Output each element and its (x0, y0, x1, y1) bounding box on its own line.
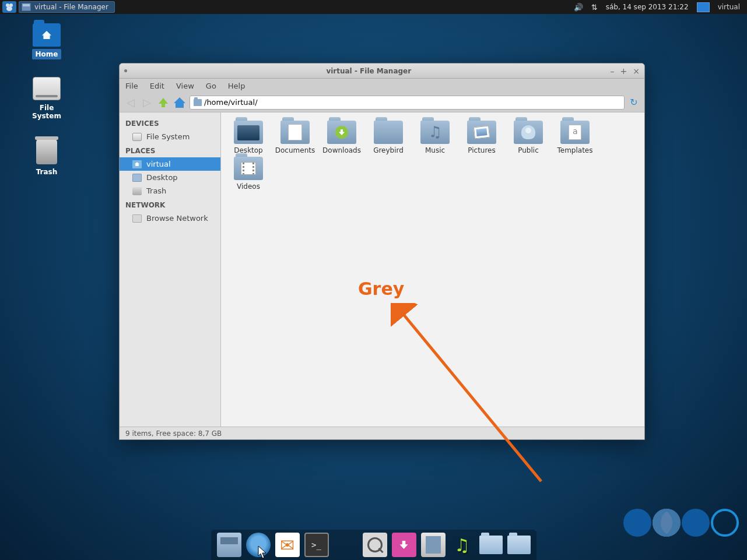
dock-item-mail[interactable] (275, 533, 300, 557)
sidebar-item-label: Trash (146, 186, 166, 195)
sidebar-header-places: PLACES (120, 143, 220, 157)
file-manager-icon (22, 3, 31, 11)
dock-item-editor[interactable] (421, 533, 446, 557)
dock-item-file-manager[interactable] (217, 533, 241, 557)
statusbar: 9 items, Free space: 8,7 GB (120, 427, 644, 439)
close-button[interactable]: × (633, 66, 640, 76)
maximize-button[interactable]: + (620, 66, 627, 76)
menubar: File Edit View Go Help (120, 79, 644, 93)
sidebar-item-label: Browse Network (146, 214, 208, 223)
home-button[interactable] (173, 97, 186, 108)
window-body: DEVICES File System PLACES virtual Deskt… (120, 112, 644, 427)
desktop-icon-home[interactable]: Home (23, 23, 70, 59)
sidebar-item-browse-network[interactable]: Browse Network (120, 212, 220, 225)
user-menu-label[interactable]: virtual (718, 3, 740, 11)
folder-downloads[interactable]: Downloads (319, 121, 364, 154)
parent-dir-button[interactable] (157, 97, 170, 108)
sidebar-item-virtual[interactable]: virtual (120, 157, 220, 171)
statusbar-text: 9 items, Free space: 8,7 GB (125, 429, 222, 438)
path-entry[interactable] (190, 96, 625, 110)
public-icon (521, 125, 535, 139)
back-button[interactable]: ◁ (124, 96, 137, 108)
desktop-icon-trash[interactable]: Trash (23, 139, 70, 177)
workspace-indicator[interactable] (697, 2, 710, 12)
titlebar[interactable]: virtual - File Manager – + × (120, 64, 644, 79)
file-pane[interactable]: Desktop Documents Downloads Greybird ♫ M… (221, 112, 644, 427)
svg-point-2 (6, 6, 12, 11)
sidebar-item-label: File System (146, 132, 190, 141)
dock (211, 530, 536, 560)
disk-icon (33, 77, 61, 100)
refresh-button[interactable]: ↻ (628, 97, 640, 108)
volume-icon[interactable]: 🔊 (574, 3, 583, 12)
circle-icon (682, 509, 710, 537)
menu-edit[interactable]: Edit (150, 82, 164, 90)
annotation-label: Grey (358, 279, 404, 299)
home-folder-icon (33, 23, 61, 47)
dock-item-app-grid[interactable] (334, 533, 358, 557)
folder-templates[interactable]: Templates (552, 121, 598, 154)
trash-icon (132, 187, 142, 195)
disk-icon (132, 133, 142, 141)
download-icon (335, 126, 348, 139)
clock-label[interactable]: sáb, 14 sep 2013 21:22 (606, 3, 689, 11)
circle-icon (623, 509, 651, 537)
dock-item-web-browser[interactable] (246, 533, 271, 557)
sidebar-header-network: NETWORK (120, 198, 220, 212)
menu-file[interactable]: File (125, 82, 138, 90)
sidebar-item-file-system[interactable]: File System (120, 130, 220, 143)
panel-left: virtual - File Manager (0, 1, 115, 13)
desktop-icon (237, 125, 259, 140)
templates-icon (569, 125, 581, 140)
minimize-button[interactable]: – (611, 66, 615, 76)
sidebar: DEVICES File System PLACES virtual Deskt… (120, 112, 221, 427)
sidebar-item-label: Desktop (146, 173, 178, 182)
desktop-icon-file-system[interactable]: File System (23, 77, 70, 121)
folder-label: Documents (275, 146, 315, 154)
folder-desktop[interactable]: Desktop (226, 121, 271, 154)
xfce-mouse-icon (5, 3, 14, 11)
application-menu-button[interactable] (2, 1, 16, 13)
home-icon (132, 160, 142, 168)
window-controls: – + × (611, 66, 640, 76)
menu-view[interactable]: View (176, 82, 194, 90)
network-updown-icon[interactable]: ⇅ (591, 3, 598, 12)
folder-music[interactable]: ♫ Music (412, 121, 458, 154)
menu-go[interactable]: Go (206, 82, 216, 90)
panel-right: 🔊 ⇅ sáb, 14 sep 2013 21:22 virtual (574, 2, 747, 12)
folder-label: Downloads (322, 146, 361, 154)
forward-button[interactable]: ▷ (141, 96, 153, 108)
videos-icon (241, 162, 256, 175)
folder-documents[interactable]: Documents (272, 121, 318, 154)
folder-icon (194, 99, 202, 106)
menu-help[interactable]: Help (228, 82, 246, 90)
dock-item-folder[interactable] (507, 536, 531, 554)
circle-icon (711, 509, 739, 537)
pictures-icon (474, 126, 490, 139)
music-icon: ♫ (428, 123, 441, 140)
arrow-up-icon (157, 97, 169, 108)
desktop-icon-label: Trash (33, 167, 61, 177)
trash-icon (36, 139, 57, 164)
path-input[interactable] (204, 98, 620, 107)
folder-videos[interactable]: Videos (226, 157, 271, 191)
dock-item-downloader[interactable] (392, 533, 416, 557)
taskbar-item-label: virtual - File Manager (34, 3, 108, 11)
dock-item-terminal[interactable] (304, 533, 329, 557)
top-panel: virtual - File Manager 🔊 ⇅ sáb, 14 sep 2… (0, 0, 747, 14)
sidebar-item-trash[interactable]: Trash (120, 184, 220, 198)
folder-greybird[interactable]: Greybird (366, 121, 411, 154)
folder-public[interactable]: Public (506, 121, 551, 154)
toolbar: ◁ ▷ ↻ (120, 93, 644, 112)
desktop-icons: Home File System Trash (23, 23, 70, 177)
taskbar-item-file-manager[interactable]: virtual - File Manager (19, 1, 115, 13)
dock-item-music[interactable] (450, 533, 475, 557)
sidebar-item-label: virtual (146, 160, 171, 168)
sidebar-item-desktop[interactable]: Desktop (120, 171, 220, 184)
dock-item-search[interactable] (363, 533, 387, 557)
document-icon (288, 124, 302, 140)
dock-item-folder[interactable] (479, 536, 503, 554)
folder-pictures[interactable]: Pictures (459, 121, 504, 154)
folder-label: Greybird (373, 146, 404, 154)
network-icon (132, 214, 142, 223)
